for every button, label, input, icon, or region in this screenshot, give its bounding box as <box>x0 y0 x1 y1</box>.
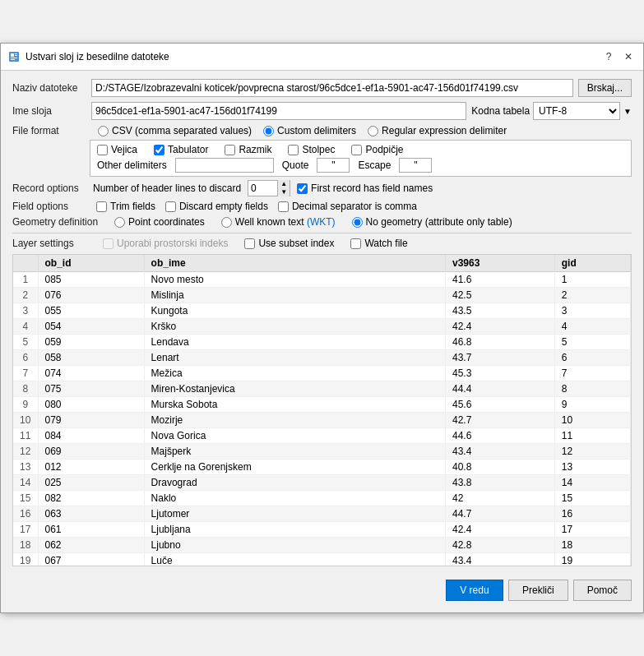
no-geom-radio[interactable] <box>352 217 363 228</box>
row-number: 15 <box>13 491 38 506</box>
browse-button[interactable]: Brskaj... <box>578 79 632 97</box>
table-header: ob_id ob_ime v3963 gid <box>13 255 631 272</box>
layer-settings-label: Layer settings <box>12 238 86 249</box>
spinbox-arrows: ▲ ▼ <box>277 180 290 196</box>
cancel-button[interactable]: Prekliči <box>508 580 568 601</box>
table-cell: 41.6 <box>446 272 555 288</box>
header-lines-input[interactable] <box>248 181 277 196</box>
layername-input[interactable] <box>91 102 466 120</box>
table-cell: Kungota <box>144 303 445 319</box>
trim-fields-checkbox[interactable] <box>96 201 107 212</box>
close-title-btn[interactable]: ✕ <box>620 49 637 65</box>
table-cell: 063 <box>38 506 144 522</box>
filename-input[interactable] <box>91 79 573 97</box>
spin-up-btn[interactable]: ▲ <box>278 180 290 188</box>
table-cell: Ljubljana <box>144 522 445 538</box>
encoding-select[interactable]: UTF-8 UTF-16 ISO-8859-1 Windows-1250 <box>533 102 620 120</box>
regex-radio[interactable] <box>368 126 378 136</box>
encoding-dropdown-arrow[interactable]: ▼ <box>623 107 632 116</box>
csv-label[interactable]: CSV (comma separated values) <box>112 125 252 136</box>
delimiter-box: Vejica Tabulator Razmik Stolpec Podpičje <box>90 140 632 177</box>
table-cell: 3 <box>554 303 630 319</box>
subset-index-label[interactable]: Use subset index <box>258 238 334 249</box>
row-number: 5 <box>13 335 38 350</box>
table-cell: Krško <box>144 319 445 335</box>
table-cell: Cerklje na Gorenjskem <box>144 460 445 475</box>
no-geom-label[interactable]: No geometry (attribute only table) <box>366 216 512 228</box>
discard-empty-checkbox[interactable] <box>165 201 176 212</box>
table-row: 9080Murska Sobota45.69 <box>13 397 631 413</box>
spatial-index-checkbox[interactable] <box>103 238 114 249</box>
table-cell: 025 <box>38 475 144 491</box>
watch-file-checkbox[interactable] <box>350 238 361 249</box>
table-cell: 42.4 <box>446 319 555 335</box>
table-cell: 058 <box>38 350 144 366</box>
custom-label[interactable]: Custom delimiters <box>277 125 356 136</box>
wkt-radio[interactable] <box>221 217 232 228</box>
first-record-label[interactable]: First record has field names <box>311 182 433 194</box>
row-number: 18 <box>13 538 38 553</box>
table-row: 5059Lendava46.85 <box>13 335 631 350</box>
table-row: 4054Krško42.44 <box>13 319 631 335</box>
decimal-comma-checkbox[interactable] <box>278 201 289 212</box>
vejica-checkbox[interactable] <box>97 145 108 155</box>
ok-button[interactable]: V redu <box>446 580 503 601</box>
spin-down-btn[interactable]: ▼ <box>278 188 290 196</box>
quote-input[interactable] <box>317 158 350 173</box>
filename-row: Naziv datoteke Brskaj... <box>12 79 632 97</box>
regex-label[interactable]: Regular expression delimiter <box>382 125 507 136</box>
point-coords-label[interactable]: Point coordinates <box>128 216 205 228</box>
podpicje-checkbox[interactable] <box>351 145 362 155</box>
podpicje-option: Podpičje <box>351 144 403 155</box>
help-button[interactable]: Pomoč <box>573 580 632 601</box>
subset-index-checkbox[interactable] <box>244 238 255 249</box>
trim-fields-label[interactable]: Trim fields <box>110 201 155 212</box>
title-bar: Ustvari sloj iz besedilne datoteke ? ✕ <box>1 44 643 71</box>
table-cell: 45.6 <box>446 397 555 413</box>
table-cell: Majšperk <box>144 444 445 460</box>
decimal-comma-option: Decimal separator is comma <box>278 201 417 212</box>
razmik-label[interactable]: Razmik <box>239 144 271 155</box>
stolpec-label[interactable]: Stolpec <box>302 144 335 155</box>
table-cell: 067 <box>38 553 144 567</box>
table-cell: 8 <box>554 381 630 397</box>
other-delimiters-input[interactable] <box>175 158 274 173</box>
table-cell: 43.8 <box>446 475 555 491</box>
table-cell: 055 <box>38 303 144 319</box>
point-coords-radio[interactable] <box>114 217 125 228</box>
stolpec-checkbox[interactable] <box>288 145 299 155</box>
table-cell: 42.5 <box>446 288 555 303</box>
table-cell: 15 <box>554 491 630 506</box>
table-cell: Murska Sobota <box>144 397 445 413</box>
decimal-comma-label[interactable]: Decimal separator is comma <box>292 201 417 212</box>
table-cell: 12 <box>554 444 630 460</box>
help-title-btn[interactable]: ? <box>600 49 617 65</box>
vejica-label[interactable]: Vejica <box>111 144 137 155</box>
svg-rect-2 <box>15 53 17 54</box>
table-cell: 42.4 <box>446 522 555 538</box>
table-cell: Lendava <box>144 335 445 350</box>
geometry-label: Geometry definition <box>12 216 98 228</box>
table-cell: 42.7 <box>446 413 555 428</box>
filename-label: Naziv datoteke <box>12 82 86 94</box>
discard-empty-label[interactable]: Discard empty fields <box>179 201 268 212</box>
podpicje-label[interactable]: Podpičje <box>365 144 403 155</box>
discard-empty-option: Discard empty fields <box>165 201 268 212</box>
delimiter-row2: Other delimiters Quote Escape <box>97 158 624 173</box>
tabulator-checkbox[interactable] <box>154 145 164 155</box>
custom-radio[interactable] <box>263 126 274 136</box>
first-record-checkbox[interactable] <box>297 183 308 194</box>
escape-input[interactable] <box>399 158 432 173</box>
razmik-checkbox[interactable] <box>225 145 235 155</box>
data-table-container: ob_id ob_ime v3963 gid 1085Novo mesto41.… <box>12 254 632 566</box>
wkt-label[interactable]: Well known text (WKT) <box>235 216 336 228</box>
table-cell: 082 <box>38 491 144 506</box>
tabulator-label[interactable]: Tabulator <box>168 144 208 155</box>
table-cell: 43.4 <box>446 553 555 567</box>
watch-file-label[interactable]: Watch file <box>364 238 407 249</box>
table-cell: 5 <box>554 335 630 350</box>
table-cell: 40.8 <box>446 460 555 475</box>
gid-header: gid <box>554 255 630 272</box>
svg-rect-5 <box>11 59 15 60</box>
csv-radio[interactable] <box>98 126 109 136</box>
